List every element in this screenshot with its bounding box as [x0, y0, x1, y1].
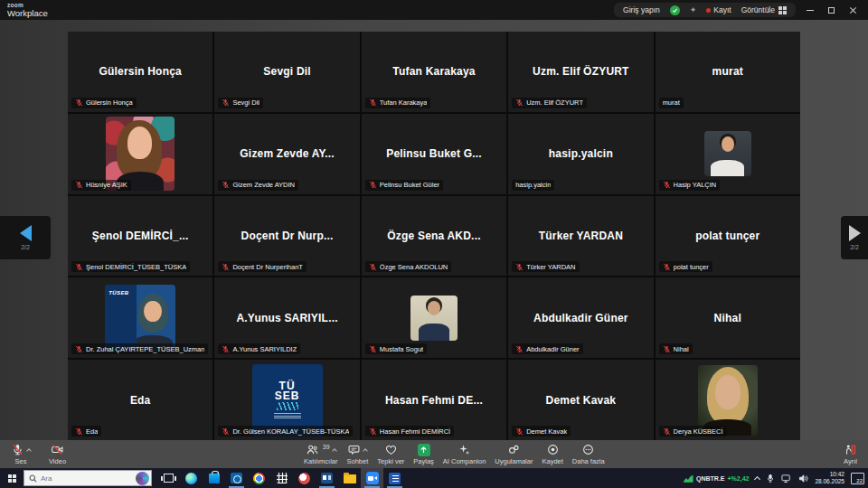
- participant-label: Özge Sena AKDOLUN: [365, 261, 451, 272]
- participant-label: Hasan Fehmi DEMİRCİ: [365, 426, 454, 436]
- record-indicator[interactable]: Kayıt: [706, 5, 731, 14]
- participant-tile[interactable]: Sevgi Dil Sevgi Dil: [214, 32, 359, 112]
- chevron-up-icon[interactable]: [332, 448, 337, 454]
- office-app[interactable]: [316, 468, 338, 488]
- maximize-button[interactable]: [828, 7, 835, 14]
- participant-tile[interactable]: Derya KÜSBECİ: [656, 360, 800, 440]
- task-view-button[interactable]: [157, 468, 180, 488]
- participant-tile[interactable]: Abdulkadir Güner Abdulkadir Güner: [508, 277, 653, 358]
- participant-tile[interactable]: Özge Sena AKD... Özge Sena AKDOLUN: [362, 196, 506, 277]
- mic-muted-icon: [369, 427, 377, 436]
- participant-name: Özge Sena AKD...: [365, 230, 503, 242]
- share-button[interactable]: Paylaş: [413, 442, 434, 465]
- participant-tile[interactable]: Demet Kavak Demet Kavak: [508, 360, 653, 440]
- video-button[interactable]: Video: [49, 442, 66, 465]
- participants-button[interactable]: 39 Katılımcılar: [304, 442, 338, 465]
- taskbar-search[interactable]: [24, 470, 152, 486]
- edge-app[interactable]: [180, 468, 203, 488]
- participant-tile[interactable]: hasip.yalcin hasip.yalcin: [508, 114, 653, 194]
- tray-mic-icon[interactable]: [766, 474, 775, 483]
- participant-name: Gizem Zevde AY...: [218, 147, 355, 160]
- participant-tile[interactable]: Eda Eda: [68, 360, 212, 440]
- participant-tile[interactable]: polat tunçer polat tunçer: [656, 196, 800, 277]
- chevron-up-icon[interactable]: [26, 448, 32, 454]
- outlook-app[interactable]: [225, 468, 248, 488]
- participant-tile[interactable]: Gülersin Honça Gülersin Honça: [68, 32, 212, 112]
- ai-companion-button[interactable]: AI Companion: [443, 442, 486, 465]
- participant-photo: [704, 131, 751, 176]
- taskbar-clock[interactable]: 10:42 28.06.2025: [815, 471, 844, 485]
- store-app[interactable]: [203, 468, 225, 488]
- chrome-app[interactable]: [248, 468, 270, 488]
- participant-photo: TÜSEB: [105, 285, 175, 352]
- word-app[interactable]: [383, 468, 406, 488]
- participant-label-text: murat: [663, 99, 680, 107]
- search-input[interactable]: [41, 474, 122, 483]
- participants-icon: [306, 443, 319, 456]
- calculator-icon: [277, 473, 288, 483]
- participant-tile[interactable]: TÜSEB Dr. Zuhal ÇAYIRTEPE_TÜSEB_Uzman: [68, 277, 212, 358]
- record-dot-icon: [706, 8, 711, 13]
- ai-sparkle-icon[interactable]: ✦: [690, 6, 697, 14]
- leave-button[interactable]: Ayrıl: [844, 442, 857, 465]
- paint-app[interactable]: [293, 468, 316, 488]
- participant-tile[interactable]: Hasip YALÇIN: [656, 114, 800, 194]
- participant-tile[interactable]: Hüsniye AŞIK: [68, 114, 212, 194]
- chevron-up-icon[interactable]: [363, 448, 369, 454]
- start-button[interactable]: [0, 468, 24, 488]
- participant-tile[interactable]: Nihal Nihal: [656, 277, 800, 358]
- security-shield-icon[interactable]: [670, 5, 680, 15]
- participant-tile[interactable]: Gizem Zevde AY... Gizem Zevde AYDIN: [214, 114, 359, 194]
- participant-tile[interactable]: TÜSEB Dr. Gülsen KORALAY_TÜSEB-TÜSKA: [214, 360, 359, 440]
- participant-tile[interactable]: murat murat: [656, 32, 800, 112]
- more-button[interactable]: Daha fazla: [572, 442, 605, 465]
- previous-page-button[interactable]: 2/2: [0, 216, 51, 259]
- sign-in-button[interactable]: Giriş yapın: [623, 5, 660, 14]
- participant-tile[interactable]: Mustafa Sogut: [362, 277, 506, 358]
- zoom-workplace-logo: zoom Workplace: [7, 3, 48, 17]
- participant-tile[interactable]: Hasan Fehmi DE... Hasan Fehmi DEMİRCİ: [362, 360, 506, 440]
- tray-network-icon[interactable]: [781, 474, 792, 483]
- participant-tile[interactable]: Pelinsu Buket G... Pelinsu Buket Güler: [362, 114, 506, 194]
- file-explorer-app[interactable]: [338, 468, 361, 488]
- audio-button[interactable]: Ses: [11, 442, 31, 465]
- react-button[interactable]: Tepki ver: [377, 442, 404, 465]
- notification-center-button[interactable]: 22: [851, 473, 864, 484]
- tray-volume-icon[interactable]: [798, 474, 808, 483]
- participant-label: hasip.yalcin: [512, 180, 554, 191]
- zoom-app[interactable]: [361, 468, 383, 488]
- leave-meeting-icon: [844, 443, 857, 456]
- participant-tile[interactable]: Türker YARDAN Türker YARDAN: [508, 196, 653, 277]
- stock-ticker-widget[interactable]: QNBTR.E +%2,42: [684, 474, 749, 483]
- tray-expand-icon[interactable]: [754, 475, 760, 482]
- search-icon: [29, 474, 37, 483]
- participant-label: A.Yunus SARIYILDIZ: [218, 343, 300, 354]
- participant-label: polat tunçer: [659, 261, 712, 272]
- apps-button[interactable]: Uygulamalar: [495, 442, 533, 465]
- mic-muted-icon: [222, 263, 230, 271]
- system-tray: QNBTR.E +%2,42 10:42 28.06.2025 22: [684, 468, 868, 488]
- participant-tile[interactable]: Şenol DEMİRCİ_... Şenol DEMİRCİ_TÜSEB_TÜ…: [68, 196, 212, 277]
- participant-photo: [410, 296, 458, 341]
- close-button[interactable]: [849, 6, 857, 14]
- paint-icon: [298, 473, 310, 484]
- next-page-button[interactable]: 2/2: [841, 216, 868, 259]
- outlook-icon: [231, 473, 242, 483]
- participant-tile[interactable]: Uzm. Elif ÖZYURT Uzm. Elif ÖZYURT: [508, 32, 653, 112]
- participant-name: Hasan Fehmi DE...: [365, 394, 503, 407]
- participant-tile[interactable]: Doçent Dr Nurp... Doçent Dr NurperihanT: [214, 196, 359, 277]
- view-button[interactable]: Görüntüle: [741, 5, 787, 14]
- chat-button[interactable]: Sohbet: [347, 442, 369, 465]
- participant-tile[interactable]: A.Yunus SARIYIL... A.Yunus SARIYILDIZ: [214, 277, 359, 358]
- participant-name: polat tunçer: [659, 230, 797, 242]
- participant-label-text: Gülersin Honça: [86, 99, 133, 107]
- participant-label-text: Tufan Karakaya: [380, 99, 428, 107]
- participant-tile[interactable]: Tufan Karakaya Tufan Karakaya: [362, 32, 506, 112]
- record-button[interactable]: Kaydet: [542, 442, 562, 465]
- clock-date: 28.06.2025: [815, 478, 844, 485]
- calculator-app[interactable]: [270, 468, 293, 488]
- mic-muted-icon: [222, 345, 230, 353]
- mic-muted-icon: [369, 181, 377, 189]
- minimize-button[interactable]: [807, 10, 814, 11]
- participant-name: Demet Kavak: [512, 394, 649, 407]
